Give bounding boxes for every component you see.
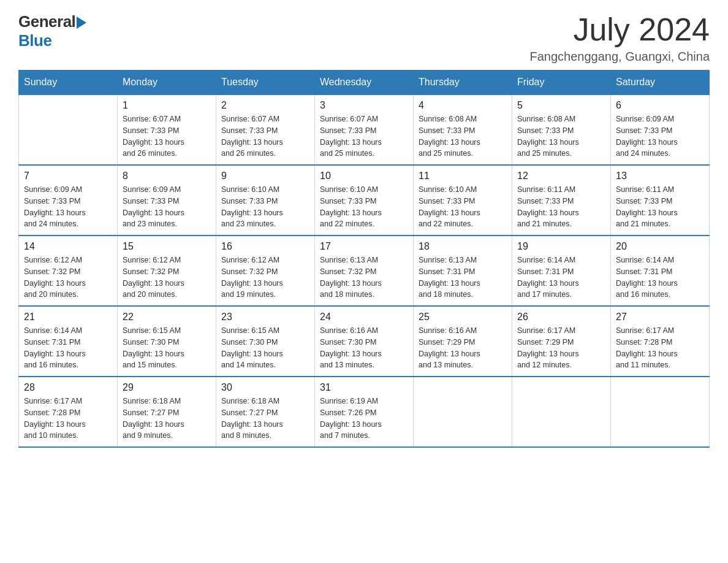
- day-number: 18: [419, 241, 507, 252]
- day-info: Sunrise: 6:18 AM Sunset: 7:27 PM Dayligh…: [123, 396, 211, 442]
- calendar-cell: 7Sunrise: 6:09 AM Sunset: 7:33 PM Daylig…: [19, 165, 118, 236]
- day-info: Sunrise: 6:18 AM Sunset: 7:27 PM Dayligh…: [221, 396, 309, 442]
- day-info: Sunrise: 6:07 AM Sunset: 7:33 PM Dayligh…: [123, 113, 211, 159]
- calendar-cell: 10Sunrise: 6:10 AM Sunset: 7:33 PM Dayli…: [315, 165, 414, 236]
- day-number: 29: [123, 382, 211, 393]
- weekday-header-thursday: Thursday: [414, 71, 512, 95]
- day-info: Sunrise: 6:13 AM Sunset: 7:31 PM Dayligh…: [419, 255, 507, 301]
- day-number: 24: [320, 312, 408, 323]
- header: General Blue July 2024 Fangchenggang, Gu…: [18, 12, 710, 64]
- weekday-header-friday: Friday: [512, 71, 611, 95]
- day-number: 5: [517, 100, 605, 111]
- day-number: 17: [320, 241, 408, 252]
- day-info: Sunrise: 6:11 AM Sunset: 7:33 PM Dayligh…: [616, 184, 704, 230]
- logo-blue-text: Blue: [18, 31, 51, 50]
- day-number: 13: [616, 170, 704, 182]
- title-area: July 2024 Fangchenggang, Guangxi, China: [529, 12, 710, 64]
- day-info: Sunrise: 6:14 AM Sunset: 7:31 PM Dayligh…: [616, 255, 704, 301]
- day-info: Sunrise: 6:15 AM Sunset: 7:30 PM Dayligh…: [123, 325, 211, 371]
- calendar-cell: 19Sunrise: 6:14 AM Sunset: 7:31 PM Dayli…: [512, 236, 611, 306]
- calendar-cell: 28Sunrise: 6:17 AM Sunset: 7:28 PM Dayli…: [19, 377, 118, 447]
- calendar-week-row: 28Sunrise: 6:17 AM Sunset: 7:28 PM Dayli…: [19, 377, 710, 447]
- weekday-header-row: SundayMondayTuesdayWednesdayThursdayFrid…: [19, 71, 710, 95]
- calendar-cell: 5Sunrise: 6:08 AM Sunset: 7:33 PM Daylig…: [512, 94, 611, 165]
- day-info: Sunrise: 6:10 AM Sunset: 7:33 PM Dayligh…: [320, 184, 408, 230]
- calendar-cell: [512, 377, 611, 447]
- calendar-cell: 22Sunrise: 6:15 AM Sunset: 7:30 PM Dayli…: [118, 306, 216, 377]
- day-number: 10: [320, 170, 408, 182]
- day-info: Sunrise: 6:09 AM Sunset: 7:33 PM Dayligh…: [123, 184, 211, 230]
- calendar-cell: 29Sunrise: 6:18 AM Sunset: 7:27 PM Dayli…: [118, 377, 216, 447]
- calendar-cell: 20Sunrise: 6:14 AM Sunset: 7:31 PM Dayli…: [611, 236, 710, 306]
- day-number: 22: [123, 312, 211, 323]
- day-number: 7: [24, 170, 112, 182]
- logo: General Blue: [18, 12, 86, 50]
- calendar-cell: 31Sunrise: 6:19 AM Sunset: 7:26 PM Dayli…: [315, 377, 414, 447]
- calendar-cell: 16Sunrise: 6:12 AM Sunset: 7:32 PM Dayli…: [216, 236, 315, 306]
- calendar-week-row: 7Sunrise: 6:09 AM Sunset: 7:33 PM Daylig…: [19, 165, 710, 236]
- calendar-cell: 17Sunrise: 6:13 AM Sunset: 7:32 PM Dayli…: [315, 236, 414, 306]
- calendar-cell: 8Sunrise: 6:09 AM Sunset: 7:33 PM Daylig…: [118, 165, 216, 236]
- day-info: Sunrise: 6:12 AM Sunset: 7:32 PM Dayligh…: [24, 255, 112, 301]
- day-info: Sunrise: 6:09 AM Sunset: 7:33 PM Dayligh…: [24, 184, 112, 230]
- calendar-week-row: 21Sunrise: 6:14 AM Sunset: 7:31 PM Dayli…: [19, 306, 710, 377]
- calendar-cell: 12Sunrise: 6:11 AM Sunset: 7:33 PM Dayli…: [512, 165, 611, 236]
- day-info: Sunrise: 6:12 AM Sunset: 7:32 PM Dayligh…: [123, 255, 211, 301]
- day-number: 25: [419, 312, 507, 323]
- calendar-cell: 13Sunrise: 6:11 AM Sunset: 7:33 PM Dayli…: [611, 165, 710, 236]
- day-number: 6: [616, 100, 704, 111]
- calendar-cell: [19, 94, 118, 165]
- day-number: 8: [123, 170, 211, 182]
- day-number: 16: [221, 241, 309, 252]
- day-info: Sunrise: 6:14 AM Sunset: 7:31 PM Dayligh…: [517, 255, 605, 301]
- day-number: 4: [419, 100, 507, 111]
- calendar-cell: 15Sunrise: 6:12 AM Sunset: 7:32 PM Dayli…: [118, 236, 216, 306]
- weekday-header-saturday: Saturday: [611, 71, 710, 95]
- day-info: Sunrise: 6:07 AM Sunset: 7:33 PM Dayligh…: [320, 113, 408, 159]
- day-number: 11: [419, 170, 507, 182]
- calendar-cell: 23Sunrise: 6:15 AM Sunset: 7:30 PM Dayli…: [216, 306, 315, 377]
- calendar-week-row: 1Sunrise: 6:07 AM Sunset: 7:33 PM Daylig…: [19, 94, 710, 165]
- day-info: Sunrise: 6:10 AM Sunset: 7:33 PM Dayligh…: [221, 184, 309, 230]
- logo-arrow-icon: [77, 17, 86, 29]
- day-number: 3: [320, 100, 408, 111]
- day-info: Sunrise: 6:15 AM Sunset: 7:30 PM Dayligh…: [221, 325, 309, 371]
- location-title: Fangchenggang, Guangxi, China: [529, 50, 710, 64]
- weekday-header-sunday: Sunday: [19, 71, 118, 95]
- day-info: Sunrise: 6:14 AM Sunset: 7:31 PM Dayligh…: [24, 325, 112, 371]
- day-number: 19: [517, 241, 605, 252]
- day-number: 30: [221, 382, 309, 393]
- day-info: Sunrise: 6:17 AM Sunset: 7:29 PM Dayligh…: [517, 325, 605, 371]
- day-number: 9: [221, 170, 309, 182]
- calendar-cell: 9Sunrise: 6:10 AM Sunset: 7:33 PM Daylig…: [216, 165, 315, 236]
- day-number: 20: [616, 241, 704, 252]
- calendar-cell: 30Sunrise: 6:18 AM Sunset: 7:27 PM Dayli…: [216, 377, 315, 447]
- day-number: 28: [24, 382, 112, 393]
- day-number: 21: [24, 312, 112, 323]
- calendar-cell: 27Sunrise: 6:17 AM Sunset: 7:28 PM Dayli…: [611, 306, 710, 377]
- logo-general-text: General: [18, 12, 75, 31]
- calendar-cell: 1Sunrise: 6:07 AM Sunset: 7:33 PM Daylig…: [118, 94, 216, 165]
- calendar-cell: 24Sunrise: 6:16 AM Sunset: 7:30 PM Dayli…: [315, 306, 414, 377]
- calendar-cell: 18Sunrise: 6:13 AM Sunset: 7:31 PM Dayli…: [414, 236, 512, 306]
- calendar-cell: 14Sunrise: 6:12 AM Sunset: 7:32 PM Dayli…: [19, 236, 118, 306]
- day-info: Sunrise: 6:07 AM Sunset: 7:33 PM Dayligh…: [221, 113, 309, 159]
- day-info: Sunrise: 6:12 AM Sunset: 7:32 PM Dayligh…: [221, 255, 309, 301]
- day-number: 15: [123, 241, 211, 252]
- day-number: 12: [517, 170, 605, 182]
- day-info: Sunrise: 6:19 AM Sunset: 7:26 PM Dayligh…: [320, 396, 408, 442]
- month-title: July 2024: [529, 12, 710, 47]
- day-info: Sunrise: 6:08 AM Sunset: 7:33 PM Dayligh…: [517, 113, 605, 159]
- calendar-cell: 4Sunrise: 6:08 AM Sunset: 7:33 PM Daylig…: [414, 94, 512, 165]
- calendar-week-row: 14Sunrise: 6:12 AM Sunset: 7:32 PM Dayli…: [19, 236, 710, 306]
- calendar-table: SundayMondayTuesdayWednesdayThursdayFrid…: [18, 70, 710, 448]
- day-info: Sunrise: 6:08 AM Sunset: 7:33 PM Dayligh…: [419, 113, 507, 159]
- day-info: Sunrise: 6:11 AM Sunset: 7:33 PM Dayligh…: [517, 184, 605, 230]
- day-info: Sunrise: 6:17 AM Sunset: 7:28 PM Dayligh…: [616, 325, 704, 371]
- day-number: 14: [24, 241, 112, 252]
- calendar-cell: 11Sunrise: 6:10 AM Sunset: 7:33 PM Dayli…: [414, 165, 512, 236]
- day-info: Sunrise: 6:16 AM Sunset: 7:30 PM Dayligh…: [320, 325, 408, 371]
- calendar-cell: [611, 377, 710, 447]
- calendar-cell: 2Sunrise: 6:07 AM Sunset: 7:33 PM Daylig…: [216, 94, 315, 165]
- day-info: Sunrise: 6:13 AM Sunset: 7:32 PM Dayligh…: [320, 255, 408, 301]
